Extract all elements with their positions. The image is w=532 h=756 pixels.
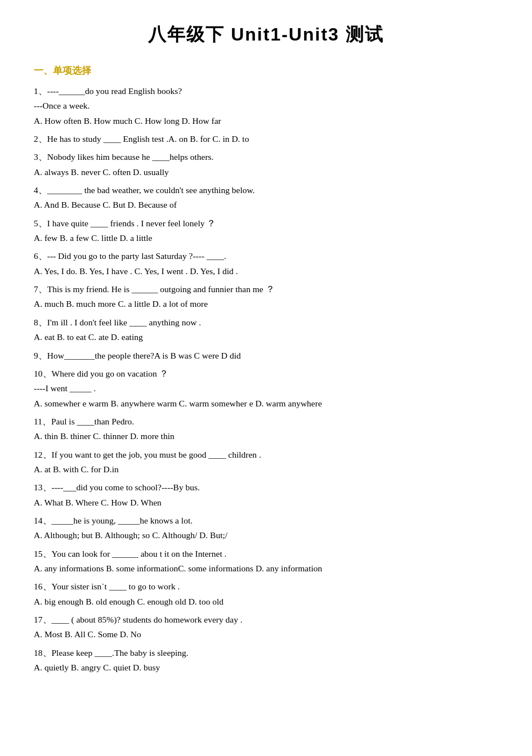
question-number-8: 8、	[34, 317, 47, 327]
question-options-10: A. somewher e warm B. anywhere warm C. w…	[34, 399, 322, 408]
question-sub-18: A. quietly B. angry C. quiet D. busy	[34, 663, 160, 672]
question-17: 17、____ ( about 85%)? students do homewo…	[34, 612, 498, 642]
question-text-14: _____he is young, _____he knows a lot.	[52, 516, 193, 525]
question-number-4: 4、	[34, 185, 47, 195]
question-1: 1、----______do you read English books?--…	[34, 84, 498, 128]
question-text-7: This is my friend. He is ______ outgoing…	[47, 284, 275, 294]
question-18: 18、Please keep ____.The baby is sleeping…	[34, 646, 498, 676]
question-6: 6、--- Did you go to the party last Satur…	[34, 249, 498, 279]
question-options-3: A. always B. never C. often D. usually	[34, 167, 169, 177]
question-number-3: 3、	[34, 152, 47, 162]
question-options-7: A. much B. much more C. a little D. a lo…	[34, 299, 208, 308]
question-sub-14: A. Although; but B. Although; so C. Alth…	[34, 530, 227, 540]
question-number-7: 7、	[34, 284, 47, 294]
question-sub-4: A. And B. Because C. But D. Because of	[34, 200, 177, 209]
question-number-16: 16、	[34, 581, 52, 591]
question-number-18: 18、	[34, 648, 52, 657]
question-text-10: Where did you go on vacation ？	[52, 369, 168, 378]
page-title: 八年级下 Unit1-Unit3 测试	[34, 23, 498, 47]
question-number-17: 17、	[34, 615, 52, 624]
question-2: 2、He has to study ____ English test .A. …	[34, 132, 498, 146]
question-5: 5、I have quite ____ friends . I never fe…	[34, 216, 498, 246]
question-number-11: 11、	[34, 417, 51, 426]
question-sub-11: A. thin B. thiner C. thinner D. more thi…	[34, 431, 175, 441]
question-sub-16: A. big enough B. old enough C. enough ol…	[34, 597, 223, 606]
question-8: 8、I'm ill . I don't feel like ____ anyth…	[34, 315, 498, 345]
question-3: 3、Nobody likes him because he ____helps …	[34, 150, 498, 180]
question-sub-15: A. any informations B. some informationC…	[34, 563, 322, 573]
question-7: 7、This is my friend. He is ______ outgoi…	[34, 282, 498, 312]
question-number-1: 1、	[34, 86, 47, 96]
question-text-4: ________ the bad weather, we couldn't se…	[47, 185, 255, 195]
question-text-15: You can look for ______ abou t it on the…	[52, 549, 227, 558]
question-number-14: 14、	[34, 516, 52, 525]
question-text-18: Please keep ____.The baby is sleeping.	[52, 648, 189, 657]
question-text-12: If you want to get the job, you must be …	[52, 450, 261, 459]
question-9: 9、How_______the people there?A is B was …	[34, 348, 498, 363]
question-10: 10、Where did you go on vacation ？ ----I …	[34, 366, 498, 411]
question-text-6: --- Did you go to the party last Saturda…	[47, 251, 226, 261]
question-sub-12: A. at B. with C. for D.in	[34, 464, 119, 474]
question-text-17: ____ ( about 85%)? students do homework …	[52, 615, 243, 624]
question-13: 13、----___did you come to school?----By …	[34, 480, 498, 510]
question-text-13: ----___did you come to school?----By bus…	[52, 482, 200, 492]
question-sub-13: A. What B. Where C. How D. When	[34, 498, 162, 507]
question-options-1: A. How often B. How much C. How long D. …	[34, 116, 221, 126]
question-number-12: 12、	[34, 450, 52, 459]
question-number-9: 9、	[34, 351, 47, 360]
question-number-6: 6、	[34, 251, 47, 261]
question-sub-10: ----I went _____ .	[34, 383, 96, 393]
question-text-2: He has to study ____ English test .A. on…	[47, 134, 249, 144]
question-4: 4、________ the bad weather, we couldn't …	[34, 183, 498, 213]
question-number-2: 2、	[34, 134, 47, 144]
question-number-10: 10、	[34, 369, 52, 378]
section-title: 一、单项选择	[34, 64, 498, 77]
question-text-11: Paul is ____than Pedro.	[51, 417, 134, 426]
question-sub-17: A. Most B. All C. Some D. No	[34, 629, 141, 639]
question-options-5: A. few B. a few C. little D. a little	[34, 233, 153, 243]
question-12: 12、If you want to get the job, you must …	[34, 448, 498, 477]
question-options-6: A. Yes, I do. B. Yes, I have . C. Yes, I…	[34, 266, 238, 276]
question-sub-1: ---Once a week.	[34, 101, 90, 110]
question-text-9: How_______the people there?A is B was C …	[47, 351, 241, 360]
question-text-8: I'm ill . I don't feel like ____ anythin…	[47, 317, 201, 327]
question-number-5: 5、	[34, 218, 47, 228]
question-number-13: 13、	[34, 482, 52, 492]
question-number-15: 15、	[34, 549, 52, 558]
question-text-3: Nobody likes him because he ____helps ot…	[47, 152, 214, 162]
question-14: 14、_____he is young, _____he knows a lot…	[34, 513, 498, 543]
question-text-1: ----______do you read English books?	[47, 86, 182, 96]
question-15: 15、You can look for ______ abou t it on …	[34, 547, 498, 576]
question-text-5: I have quite ____ friends . I never feel…	[47, 218, 216, 228]
question-16: 16、Your sister isn`t ____ to go to work …	[34, 579, 498, 609]
question-text-16: Your sister isn`t ____ to go to work .	[52, 581, 180, 591]
question-options-8: A. eat B. to eat C. ate D. eating	[34, 332, 143, 342]
question-11: 11、Paul is ____than Pedro. A. thin B. th…	[34, 414, 498, 444]
